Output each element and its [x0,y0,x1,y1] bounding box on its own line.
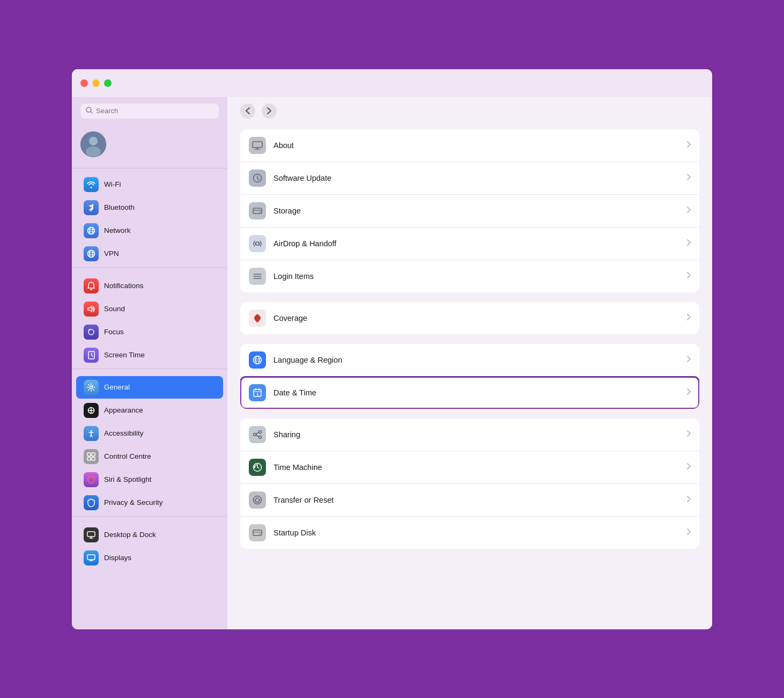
settings-row-coverage[interactable]: Coverage [240,302,699,334]
sidebar-item-label-bluetooth: Bluetooth [104,203,135,211]
settings-row-software-update[interactable]: Software Update [240,162,699,195]
sidebar-item-focus[interactable]: Focus [76,321,223,343]
sidebar-item-general[interactable]: General [76,376,223,399]
airdrop-row-label: AirDrop & Handoff [273,239,679,248]
svg-point-39 [254,433,256,436]
settings-row-about[interactable]: About [240,129,699,162]
settings-group-2: Language & RegionDate & Time [240,344,699,409]
datetime-row-label: Date & Time [273,388,679,397]
svg-point-41 [259,436,262,438]
maximize-button[interactable] [104,79,112,87]
focus-icon [84,325,99,340]
svg-point-21 [88,476,95,483]
sidebar-item-label-network: Network [104,226,131,234]
sidebar-item-sound[interactable]: Sound [76,298,223,320]
svg-line-1 [91,112,92,113]
sidebar-item-wifi[interactable]: Wi-Fi [76,173,223,196]
displays-icon [84,550,99,565]
about-chevron-icon [687,141,691,149]
main-window: Wi-FiBluetoothNetworkVPNNotificationsSou… [70,68,714,631]
appearance-icon [84,403,99,418]
sidebar-item-vpn[interactable]: VPN [76,243,223,265]
sidebar-item-accessibility[interactable]: Accessibility [76,422,223,445]
sidebar-sections: Wi-FiBluetoothNetworkVPNNotificationsSou… [72,171,227,572]
sidebar-item-controlcentre[interactable]: Control Centre [76,445,223,468]
storage-row-icon [249,202,266,219]
sidebar-item-network[interactable]: Network [76,219,223,242]
settings-row-airdrop[interactable]: AirDrop & Handoff [240,227,699,260]
settings-group-3: SharingTime MachineTransfer or ResetStar… [240,418,699,549]
user-profile[interactable] [72,127,227,166]
accessibility-icon [84,426,99,441]
notifications-icon [84,278,99,293]
back-button[interactable] [240,104,255,119]
sidebar-item-label-siri: Siri & Spotlight [104,475,152,483]
startup-chevron-icon [687,528,691,537]
startup-row-icon [249,524,266,541]
sidebar-item-desktop[interactable]: Desktop & Dock [76,524,223,546]
login-items-chevron-icon [687,272,691,280]
svg-point-28 [260,211,261,212]
sidebar-item-screentime[interactable]: Screen Time [76,344,223,366]
sharing-chevron-icon [687,430,691,438]
sidebar-item-notifications[interactable]: Notifications [76,275,223,297]
sidebar-item-label-desktop: Desktop & Dock [104,531,156,539]
settings-row-language[interactable]: Language & Region [240,344,699,377]
sound-icon [84,302,99,317]
storage-chevron-icon [687,207,691,215]
wifi-icon [84,177,99,192]
forward-button[interactable] [262,104,277,119]
transfer-row-label: Transfer or Reset [273,496,679,504]
settings-row-timemachine[interactable]: Time Machine [240,451,699,484]
svg-rect-22 [87,532,95,537]
svg-rect-19 [87,457,91,460]
sidebar-section-3: Desktop & DockDisplays [72,521,227,572]
sidebar-item-bluetooth[interactable]: Bluetooth [76,196,223,219]
language-row-icon [249,351,266,369]
sidebar-item-label-sound: Sound [104,305,125,313]
title-bar [72,69,712,97]
svg-rect-17 [87,453,91,456]
minimize-button[interactable] [92,79,100,87]
login-items-row-label: Login Items [273,272,679,281]
svg-point-14 [90,386,93,388]
sidebar-item-label-screentime: Screen Time [104,351,145,359]
sidebar-item-appearance[interactable]: Appearance [76,399,223,422]
settings-group-1: Coverage [240,302,699,334]
search-bar[interactable] [80,104,219,119]
sidebar-item-displays[interactable]: Displays [76,547,223,569]
sidebar-section-2: GeneralAppearanceAccessibilityControl Ce… [72,373,227,521]
svg-rect-20 [92,457,95,460]
startup-row-label: Startup Disk [273,528,679,537]
airdrop-row-icon [249,235,266,252]
settings-row-storage[interactable]: Storage [240,195,699,227]
airdrop-chevron-icon [687,239,691,247]
svg-rect-24 [253,142,262,148]
settings-row-transfer[interactable]: Transfer or Reset [240,484,699,517]
svg-point-40 [259,430,262,433]
sidebar-item-privacy[interactable]: Privacy & Security [76,491,223,514]
settings-list: AboutSoftware UpdateStorageAirDrop & Han… [227,125,712,629]
network-icon [84,223,99,238]
settings-row-login-items[interactable]: Login Items [240,260,699,292]
vpn-icon [84,246,99,261]
about-row-label: About [273,141,679,150]
svg-point-10 [90,250,93,257]
sidebar-item-label-notifications: Notifications [104,282,144,290]
svg-point-34 [256,356,260,364]
settings-row-datetime[interactable]: Date & Time [240,377,699,409]
sidebar-item-siri[interactable]: Siri & Spotlight [76,468,223,491]
privacy-icon [84,495,99,510]
search-input[interactable] [96,107,213,115]
settings-row-sharing[interactable]: Sharing [240,418,699,451]
sidebar: Wi-FiBluetoothNetworkVPNNotificationsSou… [72,97,227,629]
svg-point-4 [86,146,101,157]
transfer-chevron-icon [687,496,691,504]
sidebar-item-label-privacy: Privacy & Security [104,498,163,506]
coverage-chevron-icon [687,314,691,322]
close-button[interactable] [80,79,88,87]
svg-point-5 [88,227,95,234]
datetime-chevron-icon [687,388,691,396]
controlcentre-icon [84,449,99,464]
settings-row-startup[interactable]: Startup Disk [240,517,699,549]
